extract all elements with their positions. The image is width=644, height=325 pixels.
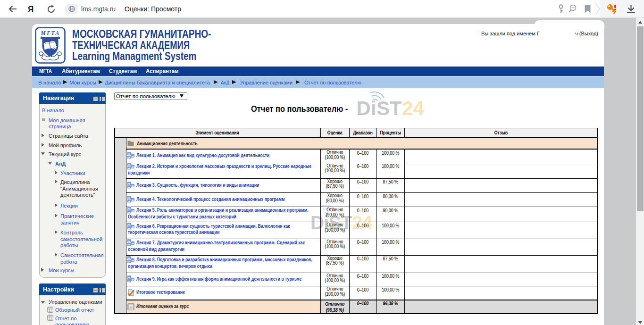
svg-text:МГТА: МГТА <box>40 30 60 36</box>
